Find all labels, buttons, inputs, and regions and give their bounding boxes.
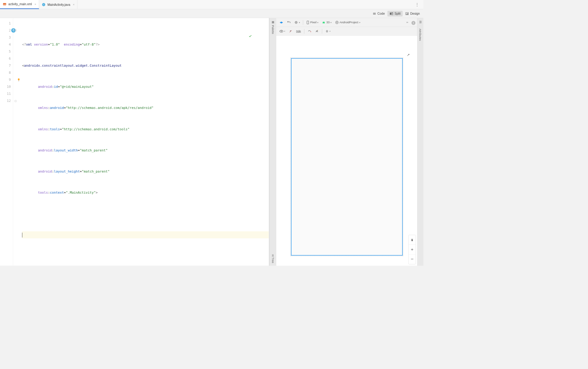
line-number: 2 C bbox=[0, 27, 11, 34]
view-mode-design-button[interactable]: Design bbox=[403, 11, 422, 17]
tab-activity-main-xml[interactable]: xml activity_main.xml × bbox=[0, 0, 39, 9]
xml-decl-close: ?> bbox=[96, 43, 100, 47]
svg-rect-5 bbox=[373, 13, 376, 14]
xml-kw: xml bbox=[26, 43, 32, 47]
xml-decl-open: <? bbox=[22, 43, 26, 47]
tab-bar-overflow-button[interactable]: ⋮ bbox=[411, 0, 423, 9]
default-margin-button[interactable]: 0dp bbox=[295, 28, 302, 34]
fold-toggle[interactable]: ⊟ bbox=[13, 27, 17, 34]
line-number: 9 bbox=[0, 76, 11, 83]
api-select-button[interactable]: 33 ▾ bbox=[321, 19, 333, 25]
attr: layout_width bbox=[54, 148, 78, 152]
attr-value: "@+id/mainLayout" bbox=[60, 85, 94, 89]
zoom-in-button[interactable]: + bbox=[409, 245, 416, 255]
attr: context bbox=[50, 191, 64, 195]
svg-rect-7 bbox=[390, 13, 391, 15]
margin-label: 0dp bbox=[296, 29, 301, 33]
attr-value: ".MainActivity" bbox=[66, 191, 96, 195]
view-options-button[interactable]: ▾ bbox=[278, 28, 286, 34]
svg-point-34 bbox=[420, 22, 421, 22]
night-mode-button[interactable]: ▾ bbox=[293, 19, 301, 25]
svg-line-20 bbox=[324, 21, 325, 22]
tab-label: MainActivity.java bbox=[47, 3, 70, 6]
line-number: 6 bbox=[0, 55, 11, 62]
attr: tools bbox=[50, 127, 60, 131]
attr-value: "match_parent" bbox=[80, 148, 108, 152]
current-line bbox=[22, 231, 269, 238]
toolbar-overflow-button[interactable]: ›› bbox=[404, 19, 411, 25]
svg-point-35 bbox=[420, 23, 420, 23]
svg-text:C: C bbox=[43, 4, 44, 6]
view-mode-label: Split bbox=[394, 12, 401, 16]
design-preview-pane: ▾ Pixel ▾ 33 ▾ AndroidProject ▾ ›› bbox=[276, 18, 417, 266]
xml-file-icon: xml bbox=[3, 2, 7, 6]
attr-value: "match_parent" bbox=[82, 170, 110, 173]
svg-point-22 bbox=[336, 22, 337, 23]
toolbar-separator bbox=[304, 29, 304, 34]
attributes-settings-icon[interactable] bbox=[418, 18, 423, 26]
svg-rect-18 bbox=[307, 21, 309, 24]
palette-tab[interactable]: Palette bbox=[270, 18, 276, 37]
device-select-button[interactable]: Pixel ▾ bbox=[305, 19, 320, 25]
device-frame[interactable] bbox=[291, 58, 403, 256]
line-number: 1 bbox=[0, 20, 11, 27]
view-mode-split-button[interactable]: Split bbox=[387, 11, 403, 17]
svg-point-23 bbox=[281, 31, 282, 32]
editor-gutter: 1 2 C 3 4 5 6 7 8 9 10 11 12 bbox=[0, 18, 13, 266]
svg-point-17 bbox=[296, 22, 297, 23]
close-icon[interactable]: × bbox=[35, 2, 36, 6]
android-icon bbox=[322, 20, 326, 24]
zoom-out-button[interactable]: − bbox=[409, 255, 416, 264]
toolbar-separator bbox=[303, 20, 303, 25]
infer-constraints-button[interactable] bbox=[314, 28, 320, 34]
autoconnect-button[interactable] bbox=[287, 28, 294, 34]
preview-toolbar-bottom: ▾ 0dp × ▾ bbox=[276, 27, 417, 36]
line-number: 4 bbox=[0, 41, 11, 48]
design-side-tabs: Palette nt Tree bbox=[270, 18, 276, 266]
guidelines-button[interactable]: ▾ bbox=[324, 28, 332, 34]
svg-rect-4 bbox=[373, 13, 376, 13]
close-icon[interactable]: × bbox=[73, 3, 74, 6]
wrench-icon[interactable] bbox=[407, 53, 410, 57]
svg-rect-15 bbox=[272, 21, 274, 23]
theme-select-button[interactable]: AndroidProject ▾ bbox=[334, 19, 362, 25]
line-number: 7 bbox=[0, 62, 11, 69]
orientation-button[interactable] bbox=[285, 19, 292, 25]
view-mode-code-button[interactable]: Code bbox=[370, 11, 387, 17]
clear-constraints-button[interactable]: × bbox=[306, 28, 313, 34]
attr: version bbox=[34, 43, 48, 47]
attributes-tab[interactable]: Attributes bbox=[418, 26, 423, 43]
attr-value: "utf-8" bbox=[82, 43, 96, 47]
attr-value: "http://schemas.android.com/apk/res/andr… bbox=[66, 106, 153, 110]
fold-end: ⊡ bbox=[13, 97, 17, 104]
tag-name: androidx.constraintlayout.widget.Constra… bbox=[24, 64, 122, 68]
code-text-area[interactable]: <?xml version="1.0" encoding="utf-8"?> <… bbox=[18, 18, 269, 266]
device-label: Pixel bbox=[310, 21, 316, 24]
java-class-icon: C bbox=[42, 2, 46, 6]
analysis-ok-icon[interactable] bbox=[248, 20, 264, 52]
side-tab-label: nt Tree bbox=[271, 254, 275, 263]
component-tree-tab[interactable]: nt Tree bbox=[270, 252, 276, 266]
line-number: 8 bbox=[0, 69, 11, 76]
side-tab-label: Palette bbox=[271, 25, 275, 34]
preview-toolbar-top: ▾ Pixel ▾ 33 ▾ AndroidProject ▾ ›› bbox=[276, 18, 417, 27]
tab-label: activity_main.xml bbox=[8, 2, 32, 6]
attr-value: "http://schemas.android.com/tools" bbox=[62, 127, 130, 131]
attr: encoding bbox=[64, 43, 80, 47]
svg-point-33 bbox=[420, 21, 420, 21]
attr: id bbox=[54, 85, 58, 89]
svg-text:×: × bbox=[310, 30, 311, 32]
design-canvas[interactable]: + − bbox=[276, 36, 417, 266]
attr: layout_height bbox=[54, 170, 80, 173]
tab-main-activity-java[interactable]: C MainActivity.java × bbox=[39, 0, 77, 9]
zoom-controls: + − bbox=[408, 235, 416, 264]
constraint-layout-view[interactable] bbox=[291, 58, 402, 255]
attr: android bbox=[50, 106, 64, 110]
line-number: 11 bbox=[0, 90, 11, 97]
text-cursor bbox=[22, 233, 22, 237]
pan-button[interactable] bbox=[409, 235, 416, 245]
svg-text:xml: xml bbox=[3, 3, 6, 5]
line-number: 3 bbox=[0, 34, 11, 41]
design-surface-button[interactable] bbox=[278, 19, 285, 25]
issues-badge[interactable]: ! bbox=[412, 21, 416, 25]
